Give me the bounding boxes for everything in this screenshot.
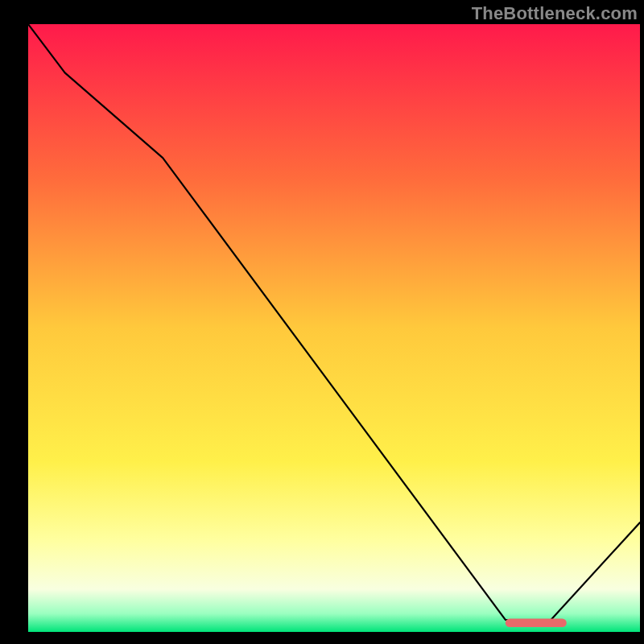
watermark-text: TheBottleneck.com [472, 3, 638, 24]
gradient-rect [28, 24, 640, 632]
chart-svg [28, 24, 640, 632]
optimal-range-marker [506, 618, 567, 627]
chart-frame: TheBottleneck.com [0, 0, 644, 644]
plot-area [28, 24, 640, 632]
